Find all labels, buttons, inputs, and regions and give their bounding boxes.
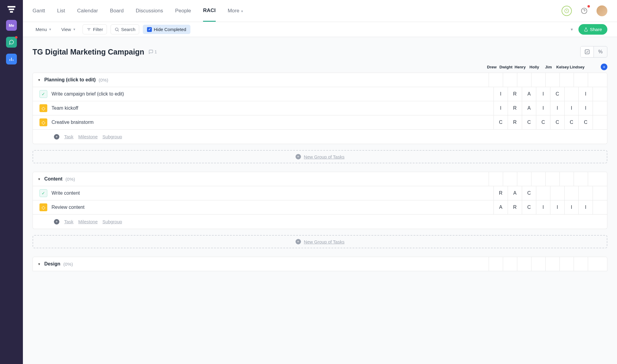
- person-header[interactable]: Dwight: [499, 65, 513, 69]
- tab-calendar[interactable]: Calendar: [77, 1, 98, 21]
- more-options-caret[interactable]: ▼: [570, 27, 574, 32]
- me-button[interactable]: Me: [6, 20, 17, 31]
- tab-people[interactable]: People: [175, 1, 191, 21]
- search-button[interactable]: Search: [111, 24, 139, 34]
- raci-cell[interactable]: C: [550, 87, 564, 101]
- add-milestone-link[interactable]: Milestone: [78, 134, 98, 139]
- raci-cell[interactable]: [536, 186, 550, 200]
- raci-cell[interactable]: R: [508, 115, 522, 130]
- tab-discussions[interactable]: Discussions: [136, 1, 163, 21]
- raci-cell[interactable]: [578, 186, 593, 200]
- raci-cell[interactable]: I: [536, 87, 550, 101]
- raci-cell[interactable]: I: [564, 200, 578, 215]
- group-header[interactable]: ▼ Planning (click to edit) (0%): [33, 73, 607, 87]
- person-header[interactable]: Drew: [485, 65, 499, 69]
- tab-more[interactable]: More▼: [228, 1, 244, 21]
- add-milestone-link[interactable]: Milestone: [78, 219, 98, 224]
- task-check-icon[interactable]: [39, 189, 47, 197]
- raci-cell[interactable]: C: [564, 115, 578, 130]
- person-header[interactable]: Kelsey: [556, 65, 570, 69]
- raci-cell[interactable]: [564, 186, 578, 200]
- analytics-button[interactable]: [6, 54, 17, 64]
- task-row[interactable]: Team kickoff IRAIIII: [33, 101, 607, 115]
- raci-cell[interactable]: C: [522, 115, 536, 130]
- raci-cell[interactable]: I: [493, 87, 508, 101]
- task-name[interactable]: Team kickoff: [52, 105, 78, 111]
- raci-cell[interactable]: A: [522, 101, 536, 115]
- app-logo-icon[interactable]: [8, 6, 15, 14]
- raci-cell[interactable]: A: [508, 186, 522, 200]
- chat-button[interactable]: [6, 37, 17, 48]
- toggle-checklist[interactable]: [581, 46, 594, 57]
- new-group-button[interactable]: + New Group of Tasks: [33, 150, 607, 163]
- add-person-button[interactable]: +: [601, 64, 607, 70]
- raci-cell[interactable]: C: [536, 115, 550, 130]
- person-header[interactable]: Lindsey: [570, 65, 584, 69]
- toggle-percent[interactable]: %: [594, 46, 607, 57]
- page-title[interactable]: TG Digital Marketing Campaign: [33, 48, 144, 56]
- tab-gantt[interactable]: Gantt: [33, 1, 45, 21]
- plus-icon[interactable]: +: [54, 219, 59, 224]
- task-row[interactable]: Review content ARCIIII: [33, 200, 607, 215]
- task-name[interactable]: Creative brainstorm: [52, 120, 94, 125]
- task-check-icon[interactable]: [39, 90, 47, 98]
- raci-cell[interactable]: C: [522, 186, 536, 200]
- raci-cell[interactable]: R: [508, 200, 522, 215]
- raci-cell[interactable]: I: [578, 101, 593, 115]
- raci-cell[interactable]: R: [508, 101, 522, 115]
- group-title[interactable]: Planning (click to edit): [44, 77, 96, 83]
- group-header[interactable]: ▼ Content (0%): [33, 172, 607, 186]
- help-icon[interactable]: [579, 6, 589, 16]
- group-title[interactable]: Content: [44, 176, 62, 182]
- milestone-icon[interactable]: [39, 203, 47, 211]
- task-row[interactable]: Write content RAC: [33, 186, 607, 200]
- tab-board[interactable]: Board: [110, 1, 124, 21]
- task-name[interactable]: Write content: [52, 190, 80, 196]
- raci-cell[interactable]: [550, 186, 564, 200]
- add-task-link[interactable]: Task: [64, 134, 74, 139]
- task-row[interactable]: Creative brainstorm CRCCCCC: [33, 115, 607, 130]
- group-header[interactable]: ▼ Design (0%): [33, 257, 607, 271]
- new-group-button[interactable]: + New Group of Tasks: [33, 235, 607, 248]
- menu-dropdown[interactable]: Menu▼: [33, 25, 55, 34]
- raci-cell[interactable]: I: [536, 101, 550, 115]
- raci-cell[interactable]: I: [564, 101, 578, 115]
- clock-icon[interactable]: [562, 6, 572, 16]
- raci-cell[interactable]: [564, 87, 578, 101]
- raci-cell[interactable]: I: [578, 87, 593, 101]
- task-row[interactable]: Write campaign brief (click to edit) IRA…: [33, 87, 607, 101]
- view-dropdown[interactable]: View▼: [58, 25, 79, 34]
- collapse-caret-icon[interactable]: ▼: [38, 78, 41, 82]
- person-header[interactable]: Holly: [527, 65, 541, 69]
- task-name[interactable]: Review content: [52, 205, 84, 210]
- hide-completed-toggle[interactable]: Hide Completed: [143, 25, 190, 34]
- collapse-caret-icon[interactable]: ▼: [38, 262, 41, 266]
- add-subgroup-link[interactable]: Subgroup: [102, 134, 122, 139]
- raci-cell[interactable]: I: [550, 200, 564, 215]
- raci-cell[interactable]: I: [550, 101, 564, 115]
- raci-cell[interactable]: C: [550, 115, 564, 130]
- add-subgroup-link[interactable]: Subgroup: [102, 219, 122, 224]
- user-avatar[interactable]: [597, 5, 607, 16]
- share-button[interactable]: Share: [578, 24, 607, 35]
- raci-cell[interactable]: R: [493, 186, 508, 200]
- raci-cell[interactable]: C: [522, 200, 536, 215]
- comment-count[interactable]: 1: [149, 49, 157, 54]
- group-title[interactable]: Design: [44, 261, 60, 267]
- raci-cell[interactable]: I: [493, 101, 508, 115]
- raci-cell[interactable]: A: [522, 87, 536, 101]
- milestone-icon[interactable]: [39, 118, 47, 126]
- person-header[interactable]: Henry: [513, 65, 527, 69]
- tab-raci[interactable]: RACI: [203, 0, 216, 22]
- filter-button[interactable]: Filter: [83, 24, 107, 34]
- milestone-icon[interactable]: [39, 104, 47, 112]
- task-name[interactable]: Write campaign brief (click to edit): [52, 91, 124, 97]
- tab-list[interactable]: List: [57, 1, 65, 21]
- raci-cell[interactable]: A: [493, 200, 508, 215]
- person-header[interactable]: Jim: [541, 65, 556, 69]
- raci-cell[interactable]: C: [493, 115, 508, 130]
- collapse-caret-icon[interactable]: ▼: [38, 177, 41, 181]
- plus-icon[interactable]: +: [54, 134, 59, 140]
- raci-cell[interactable]: R: [508, 87, 522, 101]
- add-task-link[interactable]: Task: [64, 219, 74, 224]
